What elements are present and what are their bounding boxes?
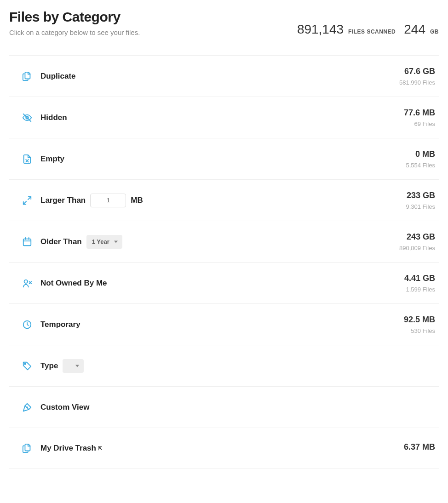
category-label: Custom View xyxy=(32,403,435,412)
category-file-count: 69 Files xyxy=(404,120,435,127)
files-scanned-label: FILES SCANNED xyxy=(348,29,396,35)
category-row-older-than[interactable]: Older Than 1 Year 243 GB 890,809 Files xyxy=(9,221,439,262)
svg-line-4 xyxy=(28,196,31,199)
category-list: Duplicate 67.6 GB 581,990 Files Hidden 7… xyxy=(0,55,448,469)
total-size-stat: 244 GB xyxy=(404,22,439,37)
expand-icon xyxy=(9,195,32,206)
hidden-icon xyxy=(9,113,32,123)
svg-point-15 xyxy=(27,407,28,408)
svg-point-14 xyxy=(24,363,26,365)
category-label: Not Owned By Me xyxy=(32,279,404,288)
category-row-type[interactable]: Type xyxy=(9,345,439,386)
header: Files by Category Click on a category be… xyxy=(0,0,448,55)
total-size-value: 244 xyxy=(404,22,425,37)
tag-icon xyxy=(9,361,32,371)
category-size: 243 GB xyxy=(399,232,435,242)
category-stats: 0 MB 5,554 Files xyxy=(406,149,439,169)
category-row-larger-than[interactable]: Larger Than MB 233 GB 9,301 Files xyxy=(9,179,439,221)
older-than-label-text: Older Than xyxy=(40,237,82,246)
calendar-icon xyxy=(9,237,32,247)
category-row-not-owned[interactable]: Not Owned By Me 4.41 GB 1,599 Files xyxy=(9,262,439,303)
category-row-hidden[interactable]: Hidden 77.6 MB 69 Files xyxy=(9,97,439,138)
category-size: 0 MB xyxy=(406,149,435,159)
total-size-unit: GB xyxy=(430,29,439,35)
category-file-count: 5,554 Files xyxy=(406,162,435,169)
category-file-count: 581,990 Files xyxy=(399,79,435,86)
clock-icon xyxy=(9,320,32,330)
category-size: 67.6 GB xyxy=(399,67,435,76)
category-stats: 243 GB 890,809 Files xyxy=(399,232,439,252)
user-x-icon xyxy=(9,278,32,288)
empty-icon xyxy=(9,154,32,164)
category-label: Hidden xyxy=(32,113,404,122)
trash-label-text: My Drive Trash xyxy=(40,444,96,453)
category-row-duplicate[interactable]: Duplicate 67.6 GB 581,990 Files xyxy=(9,55,439,97)
category-row-temporary[interactable]: Temporary 92.5 MB 530 Files xyxy=(9,303,439,345)
category-file-count: 890,809 Files xyxy=(399,245,435,252)
category-label: My Drive Trash⇱ xyxy=(32,444,404,453)
category-row-trash[interactable]: My Drive Trash⇱ 6.37 MB xyxy=(9,428,439,469)
category-file-count: 1,599 Files xyxy=(404,286,435,293)
category-stats: 4.41 GB 1,599 Files xyxy=(404,274,439,293)
header-left: Files by Category Click on a category be… xyxy=(9,9,297,36)
category-size: 233 GB xyxy=(406,191,435,200)
type-label-text: Type xyxy=(40,361,58,371)
category-row-custom-view[interactable]: Custom View xyxy=(9,386,439,428)
svg-line-5 xyxy=(23,201,26,204)
type-dropdown[interactable] xyxy=(63,359,84,373)
size-unit-mb: MB xyxy=(131,196,143,205)
category-label: Type xyxy=(32,359,435,373)
category-file-count: 530 Files xyxy=(404,327,435,334)
category-stats: 67.6 GB 581,990 Files xyxy=(399,67,439,86)
category-label: Empty xyxy=(32,154,406,164)
trash-file-icon xyxy=(9,443,32,453)
category-row-empty[interactable]: Empty 0 MB 5,554 Files xyxy=(9,138,439,179)
category-label: Larger Than MB xyxy=(32,194,406,207)
category-file-count: 9,301 Files xyxy=(406,203,435,210)
category-stats: 233 GB 9,301 Files xyxy=(406,191,439,210)
category-label: Temporary xyxy=(32,320,404,329)
category-size: 92.5 MB xyxy=(404,315,435,325)
category-size: 6.37 MB xyxy=(404,442,435,452)
category-stats: 77.6 MB 69 Files xyxy=(404,108,439,127)
files-scanned-value: 891,143 xyxy=(297,22,344,37)
category-label: Older Than 1 Year xyxy=(32,235,399,249)
category-stats: 6.37 MB xyxy=(404,442,439,455)
svg-point-10 xyxy=(24,280,28,283)
larger-than-label-text: Larger Than xyxy=(40,196,86,205)
header-stats: 891,143 FILES SCANNED 244 GB xyxy=(297,9,439,37)
category-size: 4.41 GB xyxy=(404,274,435,283)
older-than-dropdown[interactable]: 1 Year xyxy=(86,235,122,249)
files-scanned-stat: 891,143 FILES SCANNED xyxy=(297,22,396,37)
pen-icon xyxy=(9,402,32,412)
duplicate-icon xyxy=(9,71,32,81)
category-size: 77.6 MB xyxy=(404,108,435,118)
external-link-icon: ⇱ xyxy=(98,446,102,452)
page-title: Files by Category xyxy=(9,9,297,25)
larger-than-input[interactable] xyxy=(90,194,126,207)
category-label: Duplicate xyxy=(32,72,399,81)
svg-rect-6 xyxy=(23,239,31,246)
page-subtitle: Click on a category below to see your fi… xyxy=(9,29,297,36)
category-stats: 92.5 MB 530 Files xyxy=(404,315,439,334)
